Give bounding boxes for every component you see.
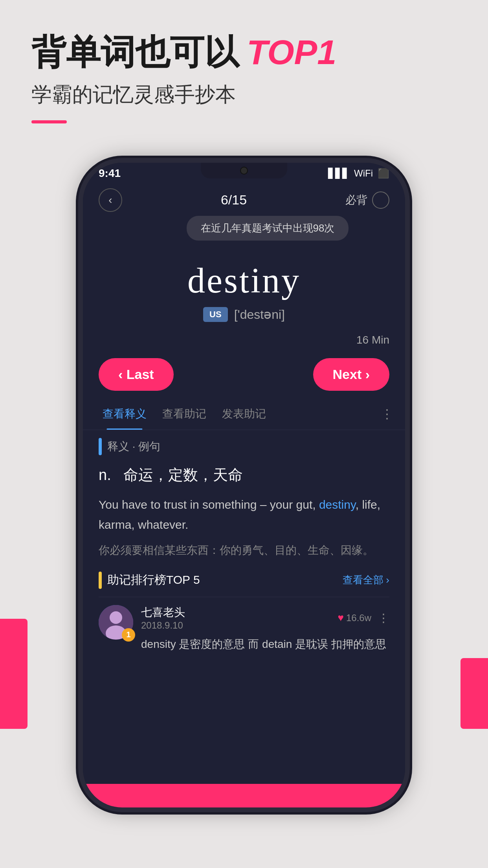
tab-mnemonic-post[interactable]: 发表助记	[214, 399, 274, 430]
username: 七喜老头	[141, 605, 185, 620]
signal-icon: ▋▋▋	[328, 168, 349, 179]
must-circle-icon	[372, 191, 389, 209]
ranking-section-header: 助记排行榜TOP 5 查看全部 ›	[99, 572, 389, 589]
chevron-right-icon: ›	[386, 574, 389, 586]
status-time: 9:41	[99, 167, 121, 180]
content-area: 释义 · 例句 n. 命运，定数，天命 You have to trust in…	[83, 430, 405, 784]
svg-point-1	[110, 611, 122, 624]
post-date: 2018.9.10	[141, 620, 185, 631]
phone-notch	[201, 163, 287, 178]
definition-section-bar	[99, 438, 102, 455]
tab-bar: 查看释义 查看助记 发表助记 ⋮	[83, 399, 405, 430]
must-label: 必背	[345, 193, 367, 208]
pink-bottom-bar	[83, 784, 405, 807]
phone-camera	[240, 167, 248, 175]
next-button[interactable]: Next ›	[313, 358, 389, 391]
wifi-icon: WiFi	[354, 168, 373, 179]
title-part1: 背单词也可以	[31, 31, 239, 73]
heart-icon: ♥	[338, 612, 344, 624]
word-section: destiny US ['destəni]	[83, 245, 405, 330]
phonetic-locale-badge: US	[203, 307, 228, 322]
tab-definition[interactable]: 查看释义	[95, 399, 154, 430]
back-button[interactable]: ‹	[99, 188, 122, 212]
ranking-section-bar	[99, 572, 102, 589]
last-button[interactable]: ‹ Last	[99, 358, 174, 391]
pink-right-bar	[460, 658, 488, 729]
phonetic-notation: ['destəni]	[234, 307, 285, 322]
top-text-area: 背单词也可以 TOP1 学霸的记忆灵感手抄本	[0, 0, 488, 139]
battery-icon: ⬛	[378, 168, 389, 179]
tab-more-button[interactable]: ⋮	[381, 406, 393, 421]
ranking-entry: 1 七喜老头 2018.9.10	[99, 597, 389, 662]
must-memorize-toggle[interactable]: 必背	[345, 191, 389, 209]
phone-wrapper: 9:41 ▋▋▋ WiFi ⬛ ‹ 6/15 必背	[0, 163, 488, 807]
pink-left-bar	[0, 619, 28, 729]
title-highlight: TOP1	[247, 31, 336, 73]
like-count: 16.6w	[346, 612, 371, 623]
ranking-title: 助记排行榜TOP 5	[107, 572, 200, 588]
timer-label: 16 Min	[83, 334, 405, 346]
definition-text: n. 命运，定数，天命	[99, 463, 389, 487]
subtitle: 学霸的记忆灵感手抄本	[31, 81, 457, 108]
page-background: 背单词也可以 TOP1 学霸的记忆灵感手抄本 9:41	[0, 0, 488, 868]
example-en: You have to trust in something – your gu…	[99, 495, 389, 535]
title-divider	[31, 120, 67, 123]
exam-frequency-tooltip: 在近几年真题考试中出现98次	[187, 216, 349, 241]
tooltip-container: 在近几年真题考试中出现98次	[83, 216, 405, 245]
word-navigation-buttons: ‹ Last Next ›	[83, 350, 405, 399]
nav-bar: ‹ 6/15 必背	[83, 184, 405, 216]
avatar-wrapper: 1	[99, 605, 133, 640]
example-zh: 你必须要相信某些东西：你的勇气、目的、生命、因缘。	[99, 541, 389, 560]
phonetic-section: US ['destəni]	[99, 307, 389, 322]
phone-screen: 9:41 ▋▋▋ WiFi ⬛ ‹ 6/15 必背	[83, 163, 405, 807]
user-actions: ♥ 16.6w ⋮	[338, 611, 389, 625]
like-button[interactable]: ♥ 16.6w	[338, 612, 371, 624]
definition-section-title: 释义 · 例句	[107, 439, 160, 454]
status-icons: ▋▋▋ WiFi ⬛	[328, 168, 389, 179]
ranking-left: 助记排行榜TOP 5	[99, 572, 200, 589]
user-info: 七喜老头 2018.9.10 ♥ 16.6w ⋮	[141, 605, 389, 654]
user-name-row: 七喜老头 2018.9.10 ♥ 16.6w ⋮	[141, 605, 389, 631]
definition-section-header: 释义 · 例句	[99, 438, 389, 455]
view-all-button[interactable]: 查看全部 ›	[343, 573, 389, 587]
progress-indicator: 6/15	[221, 192, 247, 208]
word-text: destiny	[99, 260, 389, 301]
phone-device: 9:41 ▋▋▋ WiFi ⬛ ‹ 6/15 必背	[83, 163, 405, 807]
main-title: 背单词也可以 TOP1	[31, 31, 457, 73]
more-options-button[interactable]: ⋮	[378, 611, 389, 625]
rank-badge: 1	[122, 628, 135, 642]
mnemonic-content: density 是密度的意思 而 detain 是耽误 扣押的意思	[141, 635, 389, 654]
tab-mnemonic-view[interactable]: 查看助记	[154, 399, 214, 430]
